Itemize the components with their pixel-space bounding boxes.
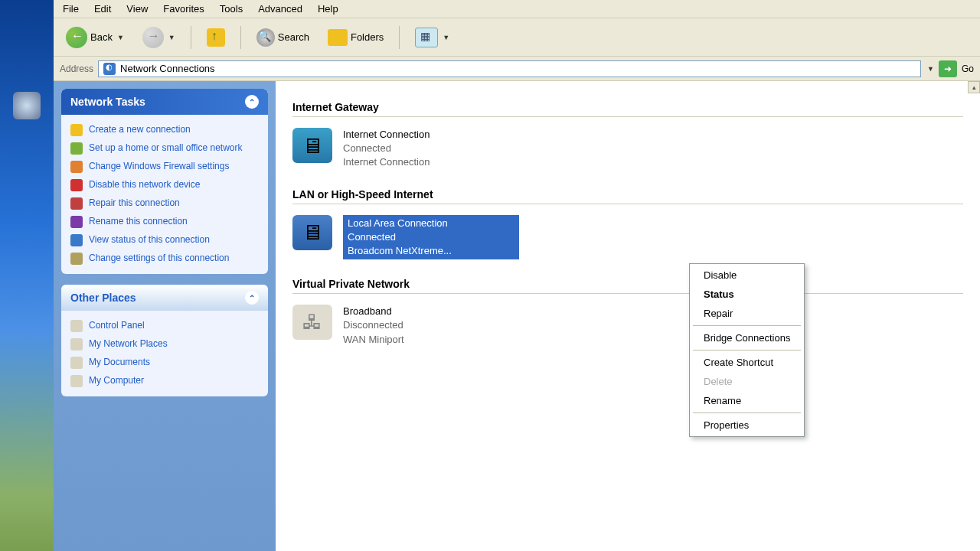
network-tasks-header[interactable]: Network Tasks ⌃ <box>61 89 268 115</box>
connection-text: Broadband Disconnected WAN Miniport <box>343 305 404 347</box>
address-field[interactable]: Network Connections <box>98 60 921 77</box>
chevron-down-icon: ▼ <box>168 34 175 41</box>
connection-device: Broadcom NetXtreme... <box>348 244 514 258</box>
documents-icon <box>70 357 83 369</box>
collapse-button[interactable]: ⌃ <box>245 291 259 305</box>
context-status[interactable]: Status <box>691 285 802 304</box>
connection-vpn[interactable]: Broadband Disconnected WAN Miniport <box>292 305 963 347</box>
menu-file[interactable]: File <box>63 3 79 15</box>
place-network-places[interactable]: My Network Places <box>70 335 259 354</box>
views-button[interactable]: ▼ <box>409 24 456 51</box>
task-repair[interactable]: Repair this connection <box>70 194 259 213</box>
internet-connection-icon <box>292 128 332 163</box>
toolbar-separator <box>399 26 400 49</box>
recycle-bin-icon[interactable] <box>13 92 41 119</box>
menu-favorites[interactable]: Favorites <box>163 3 204 15</box>
menu-view[interactable]: View <box>126 3 148 15</box>
task-label: Repair this connection <box>89 197 180 210</box>
place-label: My Network Places <box>89 338 168 350</box>
task-disable-device[interactable]: Disable this network device <box>70 176 259 194</box>
context-shortcut[interactable]: Create Shortcut <box>691 353 802 372</box>
context-bridge[interactable]: Bridge Connections <box>691 328 802 347</box>
task-label: Rename this connection <box>89 216 188 228</box>
network-setup-icon <box>70 142 83 155</box>
lan-connection-icon <box>292 215 332 250</box>
task-label: Create a new connection <box>89 124 191 136</box>
network-connections-icon <box>103 63 116 75</box>
search-button[interactable]: Search <box>250 25 315 50</box>
search-icon <box>256 28 275 47</box>
desktop-background <box>0 0 54 551</box>
settings-icon <box>70 253 83 265</box>
task-label: View status of this connection <box>89 234 210 246</box>
task-setup-network[interactable]: Set up a home or small office network <box>70 139 259 158</box>
folders-button[interactable]: Folders <box>322 26 390 49</box>
toolbar-separator <box>240 26 241 49</box>
scroll-up-button[interactable]: ▴ <box>968 81 980 93</box>
place-my-documents[interactable]: My Documents <box>70 354 259 372</box>
connection-text: Internet Connection Connected Internet C… <box>343 128 430 170</box>
other-places-header[interactable]: Other Places ⌃ <box>61 285 268 311</box>
menu-help[interactable]: Help <box>318 3 338 15</box>
collapse-button[interactable]: ⌃ <box>245 95 259 109</box>
connection-name: Internet Connection <box>343 128 430 142</box>
forward-arrow-icon <box>142 27 164 48</box>
main-content[interactable]: ▴ Internet Gateway Internet Connection C… <box>276 81 980 551</box>
toolbar-separator <box>191 26 191 49</box>
task-view-status[interactable]: View status of this connection <box>70 231 259 249</box>
rename-icon <box>70 216 83 228</box>
control-panel-icon <box>70 320 83 332</box>
sidebar: Network Tasks ⌃ Create a new connection … <box>54 81 276 551</box>
context-delete[interactable]: Delete <box>691 372 802 391</box>
task-create-connection[interactable]: Create a new connection <box>70 121 259 139</box>
task-change-settings[interactable]: Change settings of this connection <box>70 249 259 268</box>
menu-advanced[interactable]: Advanced <box>258 3 302 15</box>
computer-icon <box>70 375 83 387</box>
disable-icon <box>70 179 83 191</box>
group-header-vpn: Virtual Private Network <box>292 278 963 294</box>
chevron-down-icon: ▼ <box>117 34 124 41</box>
go-button[interactable]: ➜ <box>939 60 957 77</box>
context-repair[interactable]: Repair <box>691 304 802 323</box>
views-icon <box>415 28 438 47</box>
context-rename[interactable]: Rename <box>691 391 802 410</box>
other-places-panel: Other Places ⌃ Control Panel My Network … <box>61 285 268 396</box>
task-label: Set up a home or small office network <box>89 142 243 155</box>
toolbar: Back ▼ ▼ Search Folders ▼ <box>54 18 980 57</box>
network-connections-window: File Edit View Favorites Tools Advanced … <box>54 0 980 551</box>
back-label: Back <box>90 31 113 43</box>
connection-internet-gateway[interactable]: Internet Connection Connected Internet C… <box>292 128 963 170</box>
up-button[interactable] <box>201 25 231 50</box>
search-label: Search <box>278 31 309 43</box>
chevron-down-icon: ▼ <box>443 34 449 41</box>
firewall-icon <box>70 161 83 173</box>
folder-up-icon <box>207 28 225 47</box>
new-connection-icon <box>70 124 83 136</box>
task-firewall[interactable]: Change Windows Firewall settings <box>70 158 259 176</box>
menu-tools[interactable]: Tools <box>220 3 243 15</box>
back-button[interactable]: Back ▼ <box>60 24 130 51</box>
place-label: Control Panel <box>89 320 145 332</box>
forward-button[interactable]: ▼ <box>136 24 181 51</box>
place-control-panel[interactable]: Control Panel <box>70 317 259 335</box>
connection-status: Disconnected <box>343 318 404 332</box>
menu-edit[interactable]: Edit <box>94 3 111 15</box>
connection-local-area[interactable]: Local Area Connection Connected Broadcom… <box>292 215 963 260</box>
place-my-computer[interactable]: My Computer <box>70 372 259 390</box>
status-icon <box>70 234 83 246</box>
context-separator <box>693 412 801 413</box>
connection-status: Connected <box>348 230 514 244</box>
task-label: Change Windows Firewall settings <box>89 161 229 173</box>
connection-name: Local Area Connection <box>348 217 514 230</box>
context-properties[interactable]: Properties <box>691 416 802 435</box>
place-label: My Documents <box>89 357 150 369</box>
chevron-down-icon[interactable]: ▼ <box>927 65 934 73</box>
task-label: Change settings of this connection <box>89 253 229 265</box>
back-arrow-icon <box>66 27 87 48</box>
network-tasks-panel: Network Tasks ⌃ Create a new connection … <box>61 89 268 274</box>
other-places-body: Control Panel My Network Places My Docum… <box>61 311 268 396</box>
place-label: My Computer <box>89 375 144 387</box>
task-label: Disable this network device <box>89 179 200 191</box>
context-disable[interactable]: Disable <box>691 266 802 285</box>
task-rename[interactable]: Rename this connection <box>70 213 259 231</box>
